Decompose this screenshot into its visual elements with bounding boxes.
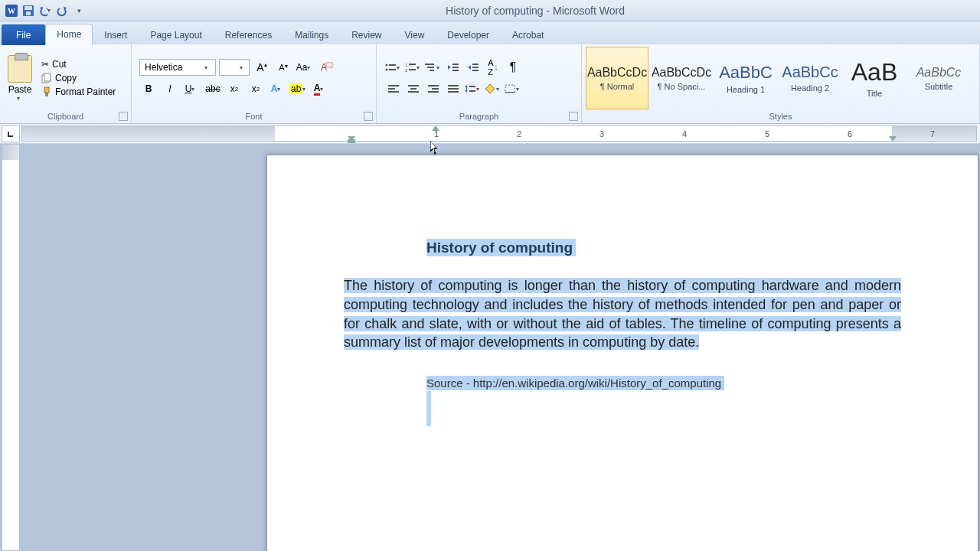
svg-rect-7 — [44, 87, 49, 93]
paragraph-group-label: Paragraph — [380, 110, 578, 123]
redo-icon[interactable] — [55, 4, 69, 18]
tab-file[interactable]: File — [2, 24, 45, 45]
line-spacing-button[interactable]: ▾ — [464, 80, 482, 97]
style-preview: AaBbCc — [782, 64, 838, 81]
style-no-spacing[interactable]: AaBbCcDc ¶ No Spaci... — [650, 47, 713, 109]
word-app-icon: W — [5, 4, 18, 18]
document-page[interactable]: History of computing The history of comp… — [266, 155, 978, 551]
tab-selector[interactable] — [2, 126, 20, 142]
svg-rect-40 — [466, 86, 467, 91]
svg-rect-24 — [452, 70, 459, 71]
strikethrough-button[interactable]: abc — [204, 80, 222, 97]
style-subtitle[interactable]: AaBbCc Subtitle — [907, 47, 970, 109]
superscript-button[interactable]: x2 — [247, 80, 265, 97]
paste-caret-icon[interactable]: ▾ — [17, 95, 23, 102]
undo-icon[interactable]: ▾ — [38, 4, 52, 18]
text-effects-button[interactable]: A▾ — [268, 80, 286, 97]
svg-rect-43 — [505, 85, 514, 93]
style-heading-2[interactable]: AaBbCc Heading 2 — [779, 47, 841, 109]
svg-rect-44 — [505, 92, 514, 93]
paragraph-launcher-icon[interactable] — [569, 112, 578, 121]
align-right-button[interactable] — [424, 80, 443, 97]
paste-icon — [8, 55, 32, 83]
right-indent-marker[interactable] — [889, 136, 897, 142]
font-size-combo[interactable]: ▾ — [219, 59, 250, 76]
align-center-button[interactable] — [404, 80, 423, 97]
format-painter-label: Format Painter — [55, 86, 116, 97]
left-indent-marker[interactable] — [348, 139, 355, 143]
svg-rect-26 — [472, 67, 479, 68]
highlight-button[interactable]: ab▾ — [289, 80, 308, 97]
ruler-tick: 7 — [930, 129, 935, 139]
cut-button[interactable]: ✂ Cut — [41, 59, 116, 70]
change-case-button[interactable]: Aa▾ — [296, 59, 314, 76]
style-heading-1[interactable]: AaBbC Heading 1 — [714, 47, 777, 109]
tab-home[interactable]: Home — [45, 24, 93, 45]
font-color-button[interactable]: A▾ — [311, 80, 329, 97]
svg-rect-14 — [389, 69, 396, 70]
selection-tail — [426, 391, 431, 426]
style-preview: AaBbCcDc — [652, 66, 711, 80]
document-body[interactable]: The history of computing is longer than … — [344, 276, 901, 352]
svg-rect-4 — [26, 11, 31, 15]
multilevel-list-button[interactable]: ▾ — [424, 59, 443, 76]
tab-page-layout[interactable]: Page Layout — [139, 24, 213, 45]
style-label: Heading 2 — [791, 83, 829, 93]
document-heading[interactable]: History of computing — [426, 239, 576, 256]
clear-formatting-button[interactable]: A — [317, 59, 335, 76]
tab-view[interactable]: View — [394, 24, 436, 45]
align-left-button[interactable] — [384, 80, 403, 97]
bullets-button[interactable]: ▾ — [384, 59, 403, 76]
style-label: Heading 1 — [727, 85, 765, 94]
chevron-down-icon: ▾ — [240, 64, 246, 71]
shading-button[interactable]: ▾ — [484, 80, 502, 97]
numbering-button[interactable]: 12▾ — [404, 59, 423, 76]
svg-rect-23 — [452, 67, 459, 68]
qat-customize-icon[interactable]: ▾ — [72, 4, 86, 18]
clipboard-launcher-icon[interactable] — [119, 112, 128, 121]
clipboard-group-label: Clipboard — [3, 110, 128, 123]
shrink-font-button[interactable]: A▾ — [274, 59, 292, 76]
page-scroll-area[interactable]: History of computing The history of comp… — [21, 144, 980, 551]
svg-rect-18 — [409, 69, 416, 70]
document-source[interactable]: Source - http://en.wikipedia.org/wiki/Hi… — [426, 376, 724, 390]
show-marks-button[interactable]: ¶ — [504, 59, 522, 76]
style-label: ¶ No Spaci... — [658, 82, 706, 91]
decrease-indent-button[interactable] — [444, 59, 462, 76]
format-painter-button[interactable]: Format Painter — [41, 86, 116, 97]
paste-button[interactable]: Paste ▾ — [3, 55, 37, 102]
svg-rect-10 — [326, 63, 332, 67]
svg-rect-31 — [408, 85, 419, 86]
style-title[interactable]: AaB Title — [843, 47, 906, 109]
title-bar: W ▾ ▾ History of computing - Microsoft W… — [0, 0, 980, 21]
scissors-icon: ✂ — [41, 59, 49, 70]
borders-button[interactable]: ▾ — [504, 80, 522, 97]
svg-text:2: 2 — [405, 68, 408, 73]
justify-button[interactable] — [444, 80, 462, 97]
tab-acrobat[interactable]: Acrobat — [501, 24, 555, 45]
ribbon-tabs: File Home Insert Page Layout References … — [0, 21, 980, 44]
grow-font-button[interactable]: A▴ — [253, 59, 271, 76]
tab-insert[interactable]: Insert — [93, 24, 139, 45]
tab-developer[interactable]: Developer — [436, 24, 501, 45]
bold-button[interactable]: B — [139, 80, 158, 97]
styles-gallery[interactable]: AaBbCcDc ¶ Normal AaBbCcDc ¶ No Spaci...… — [585, 46, 976, 110]
svg-text:W: W — [8, 7, 15, 15]
increase-indent-button[interactable] — [464, 59, 482, 76]
horizontal-ruler[interactable]: 1 2 3 4 5 6 7 — [21, 126, 977, 142]
style-preview: AaBbCcDc — [587, 66, 647, 80]
cut-label: Cut — [52, 59, 67, 70]
subscript-button[interactable]: x2 — [225, 80, 243, 97]
tab-references[interactable]: References — [214, 24, 283, 45]
style-normal[interactable]: AaBbCcDc ¶ Normal — [586, 47, 648, 109]
vertical-ruler[interactable] — [2, 144, 20, 551]
tab-review[interactable]: Review — [340, 24, 393, 45]
copy-button[interactable]: Copy — [41, 73, 116, 83]
underline-button[interactable]: U▾ — [182, 80, 201, 97]
italic-button[interactable]: I — [161, 80, 179, 97]
save-icon[interactable] — [21, 4, 35, 18]
font-launcher-icon[interactable] — [364, 112, 373, 121]
font-name-combo[interactable]: Helvetica▾ — [139, 59, 216, 76]
tab-mailings[interactable]: Mailings — [283, 24, 340, 45]
sort-button[interactable]: AZ↓ — [484, 59, 502, 76]
